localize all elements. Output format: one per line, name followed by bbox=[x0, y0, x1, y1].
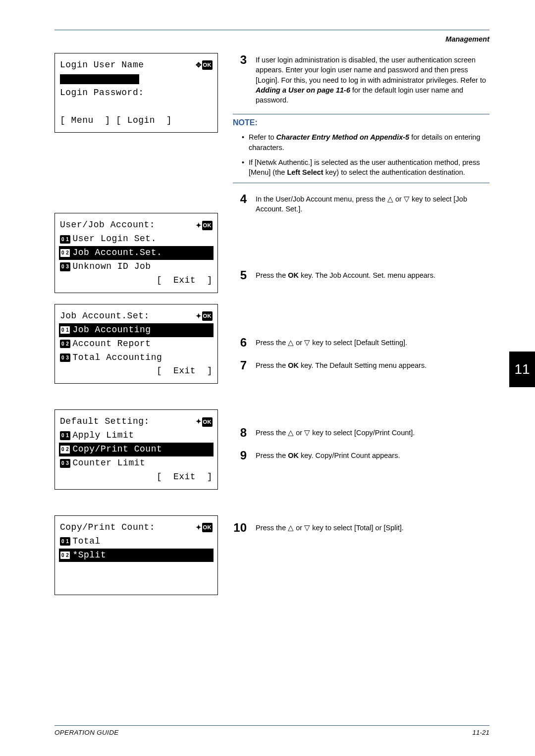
item-badge: 0 2 bbox=[60, 445, 70, 454]
chapter-tab: 11 bbox=[509, 352, 535, 387]
ok-icon: OK bbox=[202, 221, 213, 230]
right-column: 3 If user login administration is disabl… bbox=[233, 53, 489, 606]
up-triangle-icon: △ bbox=[288, 429, 294, 437]
step-body: In the User/Job Account menu, press the … bbox=[256, 192, 489, 214]
step-body: Press the △ or ▽ key to select [Default … bbox=[256, 336, 489, 350]
nav-dpad-icon: ✦ bbox=[196, 311, 202, 322]
step-number: 4 bbox=[233, 192, 247, 214]
lcd-login: Login User Name✥ OK Login Password: [ Me… bbox=[54, 53, 218, 133]
step-body: Press the △ or ▽ key to select [Copy/Pri… bbox=[256, 426, 489, 440]
lcd-title: Copy/Print Count: bbox=[60, 521, 155, 535]
item-badge: 0 3 bbox=[60, 353, 70, 362]
up-triangle-icon: △ bbox=[387, 195, 393, 203]
step-number: 6 bbox=[233, 336, 247, 350]
step-9: 9 Press the OK key. Copy/Print Count app… bbox=[233, 449, 489, 462]
note-item: If [Netwk Authentic.] is selected as the… bbox=[242, 157, 489, 178]
item-badge: 0 3 bbox=[60, 459, 70, 468]
footer-page-number: 11-21 bbox=[472, 729, 489, 736]
item-badge: 0 1 bbox=[60, 431, 70, 440]
note-list: Refer to Character Entry Method on Appen… bbox=[242, 132, 489, 177]
menu-item[interactable]: Total Accounting bbox=[72, 351, 162, 365]
note-rule-top bbox=[233, 114, 489, 114]
step-number: 3 bbox=[233, 53, 247, 105]
ok-icon: OK bbox=[202, 523, 213, 532]
item-badge: 0 2 bbox=[60, 340, 70, 349]
down-triangle-icon: ▽ bbox=[404, 195, 410, 203]
step-7: 7 Press the OK key. The Default Setting … bbox=[233, 358, 489, 372]
menu-item-selected[interactable]: Copy/Print Count bbox=[72, 443, 162, 456]
note-item: Refer to Character Entry Method on Appen… bbox=[242, 132, 489, 152]
item-badge: 0 3 bbox=[60, 262, 70, 271]
up-triangle-icon: △ bbox=[288, 339, 294, 347]
header-rule bbox=[54, 30, 489, 30]
login-name-input[interactable] bbox=[60, 74, 139, 84]
lcd-job-account-set: Job Account.Set:✦ OK 0 1Job Accounting 0… bbox=[54, 304, 218, 384]
ok-icon: OK bbox=[202, 60, 213, 70]
down-triangle-icon: ▽ bbox=[304, 339, 310, 347]
ok-icon: OK bbox=[202, 311, 213, 321]
item-badge: 0 1 bbox=[60, 326, 70, 335]
nav-dpad-icon: ✦ bbox=[196, 416, 202, 427]
step-body: Press the OK key. The Default Setting me… bbox=[256, 358, 489, 372]
content-columns: Login User Name✥ OK Login Password: [ Me… bbox=[54, 53, 489, 606]
left-column: Login User Name✥ OK Login Password: [ Me… bbox=[54, 53, 218, 606]
step-number: 7 bbox=[233, 358, 247, 372]
menu-item-selected[interactable]: *Split bbox=[72, 549, 106, 562]
ok-icon: OK bbox=[202, 417, 213, 427]
lcd-default-setting: Default Setting:✦ OK 0 1Apply Limit 0 2C… bbox=[54, 409, 218, 489]
step-5: 5 Press the OK key. The Job Account. Set… bbox=[233, 268, 489, 282]
step-8: 8 Press the △ or ▽ key to select [Copy/P… bbox=[233, 426, 489, 440]
softkey-right[interactable]: [ Exit ] bbox=[157, 470, 213, 484]
item-badge: 0 1 bbox=[60, 235, 70, 244]
password-label: Login Password: bbox=[60, 86, 144, 100]
page: Management Login User Name✥ OK Login Pas… bbox=[0, 0, 535, 756]
item-badge: 0 2 bbox=[60, 249, 70, 257]
footer: OPERATION GUIDE 11-21 bbox=[54, 725, 489, 736]
lcd-title: Job Account.Set: bbox=[60, 309, 150, 323]
nav-dpad-icon: ✦ bbox=[196, 522, 202, 533]
step-body: If user login administration is disabled… bbox=[256, 53, 489, 105]
menu-item-selected[interactable]: Job Account.Set. bbox=[72, 246, 162, 260]
item-badge: 0 2 bbox=[60, 551, 70, 560]
menu-item[interactable]: Total bbox=[72, 535, 101, 549]
note-rule-bottom bbox=[233, 183, 489, 183]
item-badge: 0 1 bbox=[60, 537, 70, 546]
up-triangle-icon: △ bbox=[288, 524, 294, 532]
menu-item-selected[interactable]: Job Accounting bbox=[72, 323, 151, 337]
ref-link: Adding a User on page 11-6 bbox=[256, 86, 350, 94]
step-3: 3 If user login administration is disabl… bbox=[233, 53, 489, 105]
footer-rule bbox=[54, 725, 489, 726]
step-body: Press the OK key. Copy/Print Count appea… bbox=[256, 449, 489, 462]
nav-icon: ✥ bbox=[196, 60, 202, 71]
down-triangle-icon: ▽ bbox=[304, 524, 310, 532]
lcd-user-job-account: User/Job Account:✦ OK 0 1User Login Set.… bbox=[54, 213, 218, 293]
step-number: 9 bbox=[233, 449, 247, 462]
menu-item[interactable]: Unknown ID Job bbox=[72, 260, 151, 274]
step-body: Press the OK key. The Job Account. Set. … bbox=[256, 268, 489, 282]
softkey-left[interactable]: [ Menu ] [ Login ] bbox=[60, 114, 172, 128]
menu-item[interactable]: User Login Set. bbox=[72, 232, 157, 246]
menu-item[interactable]: Account Report bbox=[72, 337, 151, 351]
lcd-copy-print-count: Copy/Print Count:✦ OK 0 1Total 0 2*Split bbox=[54, 515, 218, 595]
menu-item[interactable]: Counter Limit bbox=[72, 456, 145, 470]
step-number: 8 bbox=[233, 426, 247, 440]
softkey-right[interactable]: [ Exit ] bbox=[157, 364, 213, 378]
lcd-title: Login User Name bbox=[60, 58, 144, 72]
step-number: 10 bbox=[233, 521, 247, 535]
footer-left: OPERATION GUIDE bbox=[54, 729, 119, 736]
header-section: Management bbox=[54, 35, 489, 43]
down-triangle-icon: ▽ bbox=[304, 429, 310, 437]
lcd-title: Default Setting: bbox=[60, 415, 150, 429]
menu-item[interactable]: Apply Limit bbox=[72, 429, 134, 443]
step-6: 6 Press the △ or ▽ key to select [Defaul… bbox=[233, 336, 489, 350]
step-number: 5 bbox=[233, 268, 247, 282]
softkey-right[interactable]: [ Exit ] bbox=[157, 274, 213, 288]
step-4: 4 In the User/Job Account menu, press th… bbox=[233, 192, 489, 214]
nav-dpad-icon: ✦ bbox=[196, 220, 202, 231]
note-title: NOTE: bbox=[233, 118, 489, 127]
lcd-title: User/Job Account: bbox=[60, 218, 155, 232]
step-10: 10 Press the △ or ▽ key to select [Total… bbox=[233, 521, 489, 535]
step-body: Press the △ or ▽ key to select [Total] o… bbox=[256, 521, 489, 535]
